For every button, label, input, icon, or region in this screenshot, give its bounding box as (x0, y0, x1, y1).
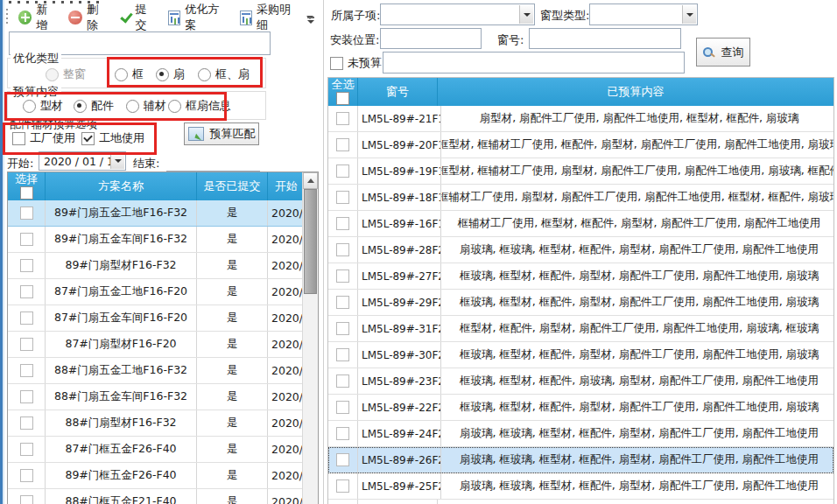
row-checkbox[interactable] (336, 453, 349, 466)
row-checkbox[interactable] (20, 443, 33, 456)
radio-fitting[interactable]: 配件 (74, 98, 114, 114)
table-row[interactable]: 87#门扇五金工地F16-F20是2020/0 (8, 279, 318, 305)
row-checkbox[interactable] (336, 322, 349, 335)
query-button[interactable]: 查询 (696, 38, 750, 66)
scrollbar-thumb[interactable] (304, 189, 317, 294)
row-select-cell (8, 463, 46, 488)
budgeted-content-cell: 框玻璃, 框型材, 框配件, 扇型材, 扇配件工厂使用, 扇配件工地使用, 扇玻… (441, 395, 834, 420)
row-checkbox[interactable] (336, 112, 349, 125)
install-pos-input[interactable] (380, 28, 482, 49)
radio-whole-window[interactable]: 整窗 (46, 66, 86, 82)
table-row[interactable]: 89#门扇五金车间F16-F32是2020/0 (8, 227, 318, 253)
row-checkbox[interactable] (20, 416, 33, 430)
sub-item-combo[interactable] (380, 4, 535, 25)
radio-sash[interactable]: 扇 (156, 66, 185, 82)
table-row[interactable]: 89#门扇型材F16-F32是2020/0 (8, 253, 318, 279)
row-checkbox[interactable] (336, 401, 349, 414)
toolbar-grip[interactable] (5, 9, 10, 26)
table-row[interactable]: 88#门框五金F21-F40是2020/0 (8, 489, 318, 504)
table-row[interactable]: LM5L-89#-16F15框辅材工厂使用, 框型材, 框配件, 扇型材, 扇配… (328, 211, 833, 237)
table-row[interactable]: LM5L-89#-24F22扇玻璃, 框玻璃, 框型材, 框配件, 扇型材, 扇… (328, 421, 833, 447)
radio-frame-sash-info[interactable]: 框扇信息 (168, 98, 231, 114)
budget-match-button[interactable]: 预算匹配 (184, 122, 259, 145)
toolbar-overflow-button[interactable] (305, 12, 317, 28)
row-checkbox[interactable] (336, 296, 349, 309)
row-checkbox[interactable] (336, 164, 349, 178)
table-row[interactable]: 89#门扇五金工地F16-F32是2020/0 (8, 200, 318, 227)
radio-frame[interactable]: 框 (115, 66, 144, 82)
checkbox-factory-use[interactable]: 工厂使用 (12, 130, 75, 146)
submitted-cell: 是 (197, 332, 268, 357)
row-checkbox[interactable] (20, 233, 33, 246)
table-row[interactable]: 87#门扇五金车间F16-F20是2020/0 (8, 305, 318, 332)
row-checkbox[interactable] (20, 390, 33, 403)
add-button[interactable]: 新增 (13, 0, 64, 36)
row-checkbox[interactable] (20, 364, 33, 377)
table-row[interactable]: LM5L-89#-21F19扇型材, 扇配件工厂使用, 扇配件工地使用, 框型材… (328, 106, 833, 132)
row-checkbox[interactable] (20, 312, 33, 325)
table-row[interactable]: LM5L-89#-28F26扇玻璃, 框玻璃, 框型材, 框配件, 扇型材, 扇… (328, 237, 833, 263)
radio-profile[interactable]: 型材 (23, 98, 63, 114)
row-checkbox[interactable] (20, 259, 33, 272)
filler-cell (358, 500, 438, 504)
combo-dropdown-icon[interactable] (682, 5, 696, 24)
date-dropdown-icon[interactable] (110, 153, 124, 169)
row-checkbox[interactable] (336, 480, 349, 493)
table-row[interactable]: LM5L-89#-18F16框辅材工厂使用, 扇型材, 扇配件工厂使用, 扇配件… (328, 185, 833, 211)
plan-table-scrollbar[interactable] (302, 172, 318, 504)
table-row[interactable]: LM5L-89#-30F28框玻璃, 框型材, 框配件, 扇型材, 扇配件工厂使… (328, 342, 833, 368)
row-checkbox[interactable] (20, 285, 33, 298)
table-filler-row (328, 500, 833, 504)
date-start-value: 2020 / 01 / 1 (44, 155, 114, 168)
window-no-cell: LM5L-89#-22F20 (358, 395, 441, 420)
checkbox-site-use[interactable]: 工地使用 (81, 130, 144, 146)
window-no-input[interactable] (529, 28, 681, 49)
row-checkbox[interactable] (336, 427, 349, 440)
table-row[interactable]: LM5L-89#-26F24扇玻璃, 框玻璃, 框型材, 框配件, 扇型材, 扇… (328, 447, 833, 473)
table-row[interactable]: 87#门框五金F26-F40是2020/0 (8, 437, 318, 463)
row-checkbox[interactable] (336, 348, 349, 361)
table-row[interactable]: LM5L-89#-20F18框型材, 框辅材工厂使用, 框配件, 扇型材, 扇配… (328, 132, 833, 158)
row-checkbox[interactable] (20, 495, 33, 504)
delete-button[interactable]: 删除 (63, 0, 114, 36)
table-row[interactable]: 88#门扇五金工地F16-F32是2020/0 (8, 358, 318, 384)
table-row[interactable]: LM5L-89#-22F20框玻璃, 框型材, 框配件, 扇型材, 扇配件工厂使… (328, 395, 833, 421)
row-checkbox[interactable] (336, 374, 349, 388)
date-start-picker[interactable]: 2020 / 01 / 1 (39, 151, 126, 171)
row-checkbox[interactable] (20, 206, 33, 220)
combo-dropdown-icon[interactable] (519, 5, 533, 24)
header-select-all-label: 全选 (332, 79, 355, 91)
optimize-plan-button[interactable]: 优化方案 (163, 0, 235, 36)
select-all-checkbox[interactable] (20, 186, 33, 200)
row-select-cell (8, 200, 46, 226)
radio-auxiliary[interactable]: 辅材 (126, 98, 166, 114)
row-checkbox[interactable] (336, 217, 349, 230)
radio-icon (46, 68, 59, 81)
row-checkbox[interactable] (336, 243, 349, 256)
table-row[interactable]: 87#门扇型材F16-F20是2020/0 (8, 332, 318, 358)
table-row[interactable]: LM5L-89#-25F23扇玻璃, 框玻璃, 框型材, 框配件, 扇型材, 扇… (328, 473, 833, 500)
radio-frame-sash[interactable]: 框、扇 (198, 66, 250, 82)
select-all-checkbox[interactable] (336, 92, 349, 105)
row-checkbox[interactable] (336, 191, 349, 204)
header-start-label: 开始 (275, 180, 298, 192)
window-type-combo[interactable] (589, 4, 698, 25)
row-checkbox[interactable] (20, 469, 33, 482)
row-checkbox[interactable] (20, 338, 33, 351)
no-budget-input[interactable] (383, 52, 685, 74)
submit-button[interactable]: 提交 (114, 0, 163, 36)
row-checkbox[interactable] (336, 138, 349, 151)
row-checkbox[interactable] (336, 270, 349, 283)
scrollbar-up-icon[interactable] (303, 172, 318, 189)
table-row[interactable]: LM5L-89#-29F27框玻璃, 框型材, 框配件, 扇型材, 扇配件工厂使… (328, 290, 833, 316)
table-row[interactable]: LM5L-89#-27F25框玻璃, 框型材, 框配件, 扇型材, 扇配件工厂使… (328, 263, 833, 290)
no-budget-checkbox[interactable]: 未预算: (330, 55, 385, 71)
search-icon (703, 46, 715, 59)
table-row[interactable]: 88#门扇五金车间F16-F32是2020/0 (8, 384, 318, 410)
table-row[interactable]: 89#门框五金F26-F40是2020/0 (8, 463, 318, 489)
table-row[interactable]: 88#门扇型材F16-F32是2020/0 (8, 410, 318, 437)
table-row[interactable]: LM5L-89#-31F29框型材, 框配件, 扇型材, 扇配件工厂使用, 扇配… (328, 316, 833, 342)
table-row[interactable]: LM5L-89#-23F21框玻璃, 框型材, 框配件, 扇玻璃, 扇型材, 扇… (328, 368, 833, 395)
table-row[interactable]: LM5L-89#-19F17框型材, 框辅材工厂使用, 扇型材, 扇配件工厂使用… (328, 158, 833, 185)
row-select-cell (328, 237, 358, 262)
